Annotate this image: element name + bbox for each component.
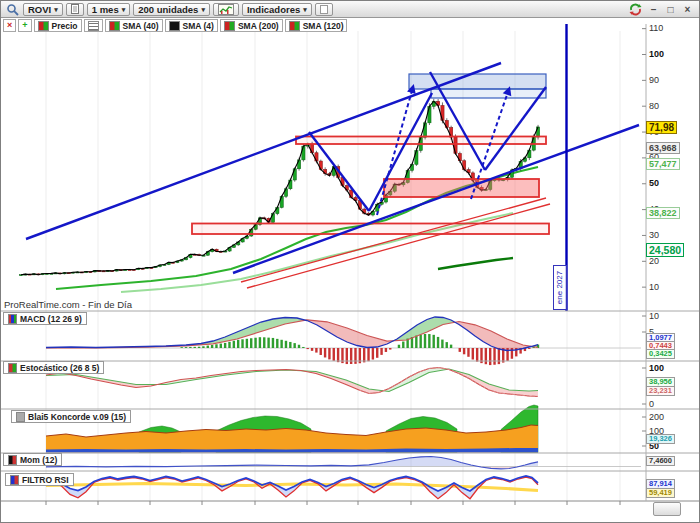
indicator-label: Estocástico (26 8 5)	[20, 363, 99, 373]
indicator-label: FILTRO RSI	[22, 475, 69, 485]
units-selector[interactable]: 200 unidades ▾	[133, 3, 210, 16]
price-tick-label: 80	[649, 101, 659, 112]
axes	[1, 24, 700, 505]
price-badge: 71,98	[646, 121, 677, 134]
indicator-tick-label: 0	[649, 399, 654, 410]
minimize-button[interactable]: –	[647, 3, 660, 16]
macd-panel	[46, 317, 641, 365]
indicator-badge: 59,419	[646, 488, 675, 498]
sma-color-icon	[289, 21, 300, 31]
indicator-label: Mom (12)	[20, 455, 57, 465]
refresh-icon[interactable]	[627, 2, 643, 16]
legend-item-sma120[interactable]: SMA (120)	[285, 19, 348, 32]
price-badge: 57,477	[646, 158, 680, 170]
indicator-tick-label: 100	[649, 363, 664, 374]
list-button[interactable]	[84, 19, 103, 32]
future-date-marker: ene 2027	[553, 265, 567, 310]
indicator-chip-macd[interactable]: MACD (12 26 9)	[3, 312, 87, 325]
rsi-panel	[46, 476, 538, 499]
legend-item-sma4[interactable]: SMA (4)	[165, 19, 218, 32]
legend-item-sma40[interactable]: SMA (40)	[105, 19, 163, 32]
sma-color-icon	[109, 21, 120, 31]
indicators-label: Indicadores	[247, 4, 300, 15]
document-button[interactable]	[66, 3, 84, 16]
sma-color-icon	[169, 21, 180, 31]
close-button[interactable]: ×	[681, 3, 694, 16]
price-badge: 24,580	[646, 243, 684, 257]
momentum-panel	[46, 457, 641, 469]
blank-page-icon	[320, 5, 328, 14]
axis-corner-button[interactable]	[653, 502, 681, 516]
chevron-down-icon: ▾	[122, 6, 126, 13]
sma-color-icon	[224, 21, 235, 31]
candle-color-icon	[38, 21, 49, 31]
indicators-selector[interactable]: Indicadores ▾	[242, 3, 312, 16]
chevron-down-icon: ▾	[54, 6, 58, 13]
document-icon	[71, 4, 79, 14]
indicator-tick-label: 200	[649, 412, 664, 423]
chart-canvas[interactable]	[1, 1, 700, 523]
legend-label: Precio	[52, 21, 78, 31]
stochastic-panel	[46, 368, 538, 397]
titlebar: ROVI ▾ 1 mes ▾ 200 unidades ▾ Indicadore…	[1, 1, 699, 18]
chevron-down-icon: ▾	[201, 6, 205, 13]
legend-label: SMA (120)	[303, 21, 344, 31]
indicator-chip-mom[interactable]: Mom (12)	[3, 453, 62, 466]
stochastic-icon	[8, 363, 17, 373]
indicator-chip-filtro-rsi[interactable]: FILTRO RSI	[5, 473, 74, 486]
legend-label: SMA (40)	[123, 21, 159, 31]
list-icon	[88, 21, 99, 31]
chevron-down-icon: ▾	[303, 6, 307, 13]
legend-bar: × + Precio SMA (40) SMA (4) SMA (200) SM…	[3, 19, 347, 32]
chart-type-button[interactable]	[213, 3, 239, 16]
timeframe-label: 1 mes	[92, 4, 119, 15]
window-controls: – □ ×	[627, 2, 696, 16]
price-tick-label: 100	[649, 49, 664, 60]
price-badge: 38,822	[646, 207, 680, 219]
macd-icon	[8, 314, 17, 324]
indicator-badge: 7,4600	[646, 456, 675, 466]
price-badge: 63,968	[646, 142, 680, 154]
indicator-label: Blai5 Koncorde v.09 (15)	[28, 412, 126, 422]
legend-item-sma200[interactable]: SMA (200)	[220, 19, 283, 32]
legend-label: SMA (4)	[183, 21, 214, 31]
indicator-tick-label: 10	[649, 311, 659, 322]
legend-label: SMA (200)	[238, 21, 279, 31]
mini-chart-icon	[218, 4, 234, 15]
price-tick-label: 110	[649, 23, 663, 34]
legend-item-precio[interactable]: Precio	[34, 19, 82, 32]
timeframe-selector[interactable]: 1 mes ▾	[87, 3, 130, 16]
indicator-chip-estocastico[interactable]: Estocástico (26 8 5)	[3, 361, 104, 374]
indicator-badge: 23,231	[646, 386, 675, 396]
extra-toolbar-button[interactable]	[315, 3, 333, 16]
koncorde-icon	[16, 412, 25, 422]
symbol-selector[interactable]: ROVI ▾	[23, 3, 63, 16]
price-tick-label: 30	[649, 230, 659, 241]
symbol-label: ROVI	[28, 4, 51, 15]
instrument-search-icon[interactable]	[4, 2, 20, 16]
prorealtime-window: ROVI ▾ 1 mes ▾ 200 unidades ▾ Indicadore…	[0, 0, 700, 523]
red-x-icon: ×	[7, 21, 12, 30]
platform-watermark: ProRealTime.com - Fin de Día	[4, 299, 132, 310]
indicator-badge: 0,3425	[646, 349, 675, 359]
indicator-label: MACD (12 26 9)	[20, 314, 82, 324]
rsi-icon	[10, 475, 19, 485]
indicator-badge: 19,326	[646, 434, 675, 444]
momentum-icon	[8, 455, 17, 465]
indicator-chip-koncorde[interactable]: Blai5 Koncorde v.09 (15)	[11, 410, 131, 423]
add-element-button[interactable]: +	[18, 19, 31, 32]
maximize-button[interactable]: □	[664, 3, 677, 16]
future-date-label: ene 2027	[556, 271, 565, 304]
units-label: 200 unidades	[138, 4, 198, 15]
price-tick-label: 10	[649, 282, 659, 293]
price-tick-label: 50	[649, 178, 659, 189]
price-tick-label: 90	[649, 75, 659, 86]
remove-drawing-button[interactable]: ×	[3, 19, 16, 32]
green-plus-icon: +	[22, 21, 27, 30]
